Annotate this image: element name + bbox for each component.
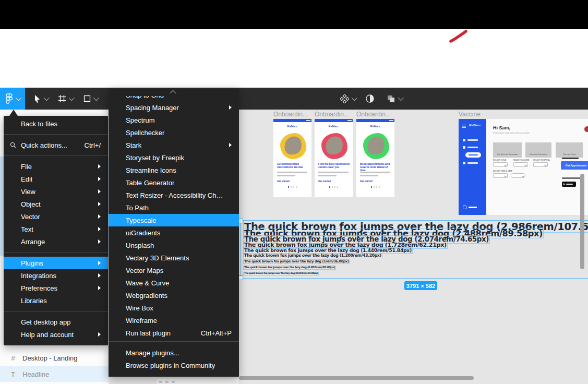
chevron-down-icon bbox=[352, 95, 357, 101]
submenu-item-typescale[interactable]: Typescale bbox=[109, 214, 239, 226]
page-dots bbox=[273, 186, 311, 188]
selection-handle[interactable] bbox=[238, 275, 243, 280]
submenu-item-unsplash[interactable]: Unsplash bbox=[109, 239, 239, 251]
get-started-link[interactable]: Get started bbox=[360, 180, 373, 183]
submenu-item-streamline-icons[interactable]: Streamline Icons bbox=[109, 164, 239, 176]
menu-item-back-to-files[interactable]: Back to files bbox=[4, 117, 108, 130]
frame-tool-button[interactable] bbox=[54, 88, 77, 110]
vertical-scrollbar[interactable] bbox=[580, 174, 584, 269]
menu-item-text[interactable]: Text bbox=[4, 223, 108, 235]
boolean-group-button[interactable] bbox=[383, 88, 406, 110]
menu-item-help-and-account[interactable]: Help and account bbox=[4, 328, 108, 341]
submenu-item-storyset-by-freepik[interactable]: Storyset by Freepik bbox=[109, 151, 239, 164]
component-tool-button[interactable] bbox=[337, 88, 359, 110]
submenu-arrow-icon bbox=[98, 332, 101, 337]
get-started-link[interactable]: Get started bbox=[318, 180, 331, 183]
menu-item-quick-actions[interactable]: Quick actions... Ctrl+/ bbox=[4, 139, 108, 151]
menu-item-preferences[interactable]: Preferences bbox=[4, 282, 108, 294]
menu-item-object[interactable]: Object bbox=[4, 198, 108, 210]
submenu-item-stark[interactable]: Stark bbox=[109, 139, 239, 151]
submenu-scroll-up-strip[interactable] bbox=[109, 89, 239, 96]
menu-item-plugins[interactable]: Plugins bbox=[4, 257, 108, 269]
select-dropdown[interactable] bbox=[533, 162, 548, 167]
component-icon bbox=[340, 94, 349, 103]
menu-item-vector[interactable]: Vector bbox=[4, 210, 108, 223]
play-icon bbox=[563, 183, 565, 185]
layer-row-desktop-landing[interactable]: # Desktop - Landing bbox=[0, 350, 109, 366]
onboarding-frame-3[interactable]: KidVacc Book appointments and reserve sl… bbox=[356, 119, 394, 197]
menu-item-integrations[interactable]: Integrations bbox=[4, 269, 108, 282]
submenu-item-spacing-manager[interactable]: Spacing Manager bbox=[109, 101, 239, 114]
cursor-icon bbox=[33, 94, 41, 103]
menu-item-arrange[interactable]: Arrange bbox=[4, 235, 108, 248]
shortcut-label: Ctrl+Alt+P bbox=[201, 329, 232, 337]
submenu-arrow-icon bbox=[98, 214, 101, 219]
submenu-item-uigradients[interactable]: uiGradients bbox=[109, 226, 239, 239]
submenu-item-webgradients[interactable]: Webgradients bbox=[109, 289, 239, 302]
submenu-item-table-generator[interactable]: Table Generator bbox=[109, 176, 239, 189]
action-card[interactable]: Vaccine Directions bbox=[525, 142, 551, 158]
selection-bounding-box[interactable] bbox=[240, 220, 588, 279]
sidebar-item[interactable] bbox=[463, 139, 478, 141]
submenu-item-spectrum[interactable]: Spectrum bbox=[109, 114, 239, 126]
sidebar-item[interactable] bbox=[463, 162, 478, 164]
status-bar bbox=[356, 119, 394, 122]
select-dropdown[interactable] bbox=[493, 162, 508, 167]
submenu-item-browse-plugins-in-community[interactable]: Browse plugins in Community bbox=[109, 359, 239, 371]
onboarding-frame-2[interactable]: KidVacc Find the best vaccination center… bbox=[315, 119, 353, 197]
avatar[interactable] bbox=[584, 126, 588, 132]
vaccine-frame[interactable]: KidVacc Hi Sam, Protect your child with … bbox=[459, 119, 588, 215]
hamburger-icon[interactable] bbox=[462, 125, 466, 125]
frame-title-vaccine[interactable]: Vaccine bbox=[459, 111, 496, 118]
select-dropdown[interactable] bbox=[513, 162, 528, 167]
submenu-item-to-path[interactable]: To Path bbox=[109, 201, 239, 214]
submenu-item-wireframe[interactable]: Wireframe bbox=[109, 314, 239, 327]
frame-title-onboarding-3[interactable]: Onboardin... bbox=[356, 111, 394, 118]
submenu-item-run-last-plugin[interactable]: Run last pluginCtrl+Alt+P bbox=[109, 327, 239, 339]
action-card[interactable]: Vaccine Card bbox=[556, 142, 583, 158]
submenu-item-wave-and-curve[interactable]: Wave & Curve bbox=[109, 277, 239, 289]
menu-item-file[interactable]: File bbox=[4, 160, 108, 173]
onboarding-frame-1[interactable]: KidVacc Get notified when vaccinations a… bbox=[273, 119, 311, 197]
google-play-badge[interactable] bbox=[562, 182, 576, 187]
get-started-link[interactable]: Get started bbox=[277, 180, 290, 183]
move-tool-button[interactable] bbox=[29, 88, 52, 110]
submenu-item-text-resizer[interactable]: Text Resizer - Accessibility Check... bbox=[109, 189, 239, 201]
submenu-item-vectary-3d-elements[interactable]: Vectary 3D Elements bbox=[109, 251, 239, 264]
menu-item-view[interactable]: View bbox=[4, 185, 108, 198]
rectangle-icon bbox=[83, 95, 91, 102]
illustration-blob bbox=[280, 133, 306, 159]
select-dropdown[interactable] bbox=[493, 173, 508, 178]
logout-item[interactable] bbox=[463, 206, 477, 209]
get-appointment-button[interactable]: Get Appointment bbox=[561, 161, 588, 170]
submenu-item-manage-plugins[interactable]: Manage plugins... bbox=[109, 346, 239, 359]
action-card[interactable]: Get Vaccine Reminder bbox=[493, 142, 522, 158]
sidebar-item-active[interactable] bbox=[465, 152, 481, 158]
submenu-arrow-icon bbox=[98, 273, 101, 278]
submenu-item-spellchecker[interactable]: Spellchecker bbox=[109, 126, 239, 139]
mask-tool-button[interactable] bbox=[363, 88, 377, 110]
selection-handle[interactable] bbox=[238, 219, 243, 223]
menu-separator bbox=[4, 134, 108, 135]
menu-item-edit[interactable]: Edit bbox=[4, 173, 108, 185]
menu-item-libraries[interactable]: Libraries bbox=[4, 294, 108, 307]
submenu-item-wire-box[interactable]: Wire Box bbox=[109, 302, 239, 314]
search-icon bbox=[10, 142, 16, 148]
top-black-bar bbox=[0, 0, 588, 29]
layer-label: Headline bbox=[22, 370, 49, 378]
horizontal-scrollbar[interactable] bbox=[239, 376, 474, 380]
select-label: SELECT TIME & DATE bbox=[493, 170, 512, 172]
layer-row-headline[interactable]: T Headline bbox=[0, 366, 109, 382]
submenu-arrow-icon bbox=[98, 239, 101, 244]
frame-title-onboarding-2[interactable]: Onboardin... bbox=[315, 111, 352, 118]
cropped-frame-fragment bbox=[157, 379, 239, 384]
frame-title-onboarding-1[interactable]: Onboardin... bbox=[273, 111, 311, 118]
shape-tool-button[interactable] bbox=[78, 88, 102, 110]
sidebar-item[interactable] bbox=[463, 146, 478, 149]
select-dropdown[interactable] bbox=[511, 173, 525, 178]
menu-separator bbox=[109, 341, 239, 342]
menu-item-get-desktop-app[interactable]: Get desktop app bbox=[4, 316, 108, 328]
app-logo: KidVacc bbox=[273, 125, 311, 128]
figma-main-menu-button[interactable] bbox=[0, 88, 25, 110]
submenu-item-vector-maps[interactable]: Vector Maps bbox=[109, 264, 239, 277]
